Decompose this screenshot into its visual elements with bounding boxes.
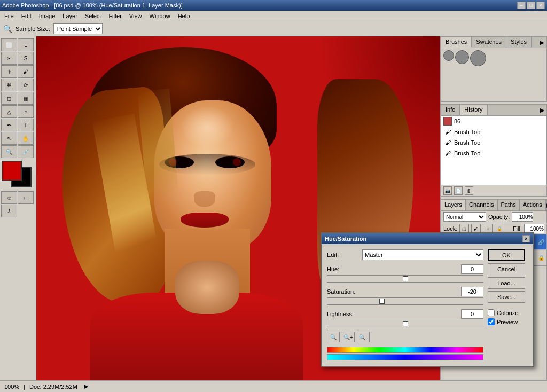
menu-view[interactable]: View — [126, 12, 145, 20]
lightness-slider-track — [327, 320, 483, 327]
edit-select[interactable]: Master Reds Yellows Greens Cyans Blues M… — [362, 249, 483, 260]
brush-preset[interactable] — [455, 50, 469, 64]
history-item-label: Brush Tool — [454, 129, 482, 135]
opacity-label: Opacity: — [488, 214, 510, 220]
tool-clone[interactable]: ⌘ — [1, 79, 17, 91]
close-button[interactable]: × — [536, 2, 545, 9]
saturation-slider-row: Saturation: — [327, 287, 483, 305]
fill-label: Fill: — [513, 225, 522, 232]
saturation-value-input[interactable] — [461, 287, 483, 296]
tab-channels[interactable]: Channels — [466, 200, 497, 210]
sample-size-label: Sample Size: — [15, 26, 50, 32]
tool-text[interactable]: T — [18, 119, 34, 131]
history-item-state[interactable]: 86 — [441, 116, 546, 127]
brushes-panel-content — [441, 48, 546, 101]
menu-image[interactable]: Image — [36, 12, 59, 20]
dialog-checkboxes: Colorize Preview — [488, 309, 528, 325]
minimize-button[interactable]: – — [517, 2, 526, 9]
tool-screen-mode[interactable]: □ — [18, 191, 34, 204]
hue-slider-thumb[interactable] — [403, 276, 408, 281]
tool-brush[interactable]: 🖌 — [18, 65, 34, 78]
menu-select[interactable]: Select — [82, 12, 105, 20]
tab-info[interactable]: Info — [441, 105, 460, 115]
history-panel-menu[interactable]: ▶ — [538, 105, 546, 115]
brush-preset[interactable] — [443, 50, 454, 61]
tool-eyedropper[interactable]: 💉 — [18, 145, 34, 158]
history-panel-controls: 📷 📄 🗑 — [441, 185, 546, 197]
eyedropper-sample-btn[interactable]: 🔍 — [327, 332, 340, 342]
edit-row: Edit: Master Reds Yellows Greens Cyans B… — [327, 249, 483, 260]
history-new-snapshot[interactable]: 📷 — [443, 186, 452, 195]
maximize-button[interactable]: □ — [527, 2, 535, 9]
history-new-doc[interactable]: 📄 — [454, 186, 463, 195]
tab-actions[interactable]: Actions — [520, 200, 546, 210]
saturation-slider-track — [327, 297, 483, 305]
tool-heal[interactable]: ⚕ — [1, 65, 17, 78]
spectrum-bar-bottom — [327, 354, 483, 360]
tab-styles[interactable]: Styles — [506, 37, 532, 48]
tool-history[interactable]: ⟳ — [18, 79, 34, 91]
menu-filter[interactable]: Filter — [105, 12, 124, 20]
tool-marquee[interactable]: ⬜ — [1, 38, 17, 51]
menu-layer[interactable]: Layer — [59, 12, 81, 20]
lightness-label: Lightness: — [327, 311, 354, 317]
tool-lasso[interactable]: L — [18, 38, 34, 51]
spectrum-bar-top — [327, 347, 483, 353]
history-item-brush3[interactable]: 🖌 Brush Tool — [441, 148, 546, 159]
lightness-slider-thumb[interactable] — [403, 321, 408, 326]
blend-mode-select[interactable]: Normal — [443, 212, 486, 222]
tool-hand[interactable]: ✋ — [18, 132, 34, 145]
tab-history[interactable]: History — [460, 105, 487, 115]
load-button[interactable]: Load... — [488, 277, 525, 289]
brushes-panel-menu[interactable]: ▶ — [538, 37, 546, 48]
layer-lock-icon: 🔒 — [538, 255, 544, 261]
tab-layers[interactable]: Layers — [441, 200, 466, 210]
tool-zoom[interactable]: 🔍 — [1, 145, 17, 158]
history-delete[interactable]: 🗑 — [465, 186, 473, 195]
tool-mask-mode[interactable]: ◎ — [1, 191, 17, 204]
tool-blur[interactable]: △ — [1, 105, 17, 118]
colorize-row: Colorize — [488, 309, 528, 316]
menu-window[interactable]: Window — [146, 12, 174, 20]
cancel-button[interactable]: Cancel — [488, 263, 525, 275]
menu-file[interactable]: File — [1, 12, 17, 20]
dialog-body: Edit: Master Reds Yellows Greens Cyans B… — [322, 244, 533, 366]
status-separator: | — [24, 383, 25, 390]
saturation-label-row: Saturation: — [327, 287, 483, 296]
tool-dodge[interactable]: ○ — [18, 105, 34, 118]
tool-path[interactable]: ✒ — [1, 119, 17, 131]
dialog-icon-buttons: 🔍 🔍+ 🔍- — [327, 332, 483, 342]
menu-edit[interactable]: Edit — [18, 12, 35, 20]
preview-label: Preview — [497, 319, 518, 325]
tool-select[interactable]: ↖ — [1, 132, 17, 145]
sample-size-dropdown[interactable]: Point Sample — [53, 23, 103, 34]
tool-jumptoimagereay[interactable]: ⤴ — [1, 205, 17, 217]
brush-preset[interactable] — [470, 50, 486, 66]
preview-checkbox[interactable] — [488, 318, 495, 325]
eyedropper-add-btn[interactable]: 🔍+ — [342, 332, 355, 342]
hue-value-input[interactable] — [461, 264, 483, 274]
options-bar: 🔍 Sample Size: Point Sample — [0, 21, 547, 36]
tool-crop[interactable]: ✂ — [1, 52, 17, 65]
lightness-value-input[interactable] — [461, 309, 483, 319]
tab-paths[interactable]: Paths — [498, 200, 520, 210]
history-thumb — [443, 117, 452, 126]
opacity-input[interactable] — [512, 212, 533, 222]
dialog-left: Edit: Master Reds Yellows Greens Cyans B… — [327, 249, 483, 360]
tool-eraser[interactable]: ◻ — [1, 92, 17, 105]
saturation-slider-thumb[interactable] — [379, 299, 385, 304]
foreground-color-swatch[interactable] — [2, 161, 22, 181]
tool-slice[interactable]: S — [18, 52, 34, 65]
layer-link-icon: 🔗 — [538, 239, 544, 245]
eyedropper-remove-btn[interactable]: 🔍- — [357, 332, 370, 342]
colorize-checkbox[interactable] — [488, 309, 495, 316]
history-item-brush1[interactable]: 🖌 Brush Tool — [441, 127, 546, 137]
menu-help[interactable]: Help — [175, 12, 193, 20]
history-item-brush2[interactable]: 🖌 Brush Tool — [441, 137, 546, 148]
tab-brushes[interactable]: Brushes — [441, 37, 472, 48]
ok-button[interactable]: OK — [488, 249, 525, 261]
tab-swatches[interactable]: Swatches — [472, 37, 506, 48]
tool-gradient[interactable]: ▦ — [18, 92, 34, 105]
save-button[interactable]: Save... — [488, 291, 525, 303]
dialog-close-button[interactable]: × — [522, 235, 530, 242]
